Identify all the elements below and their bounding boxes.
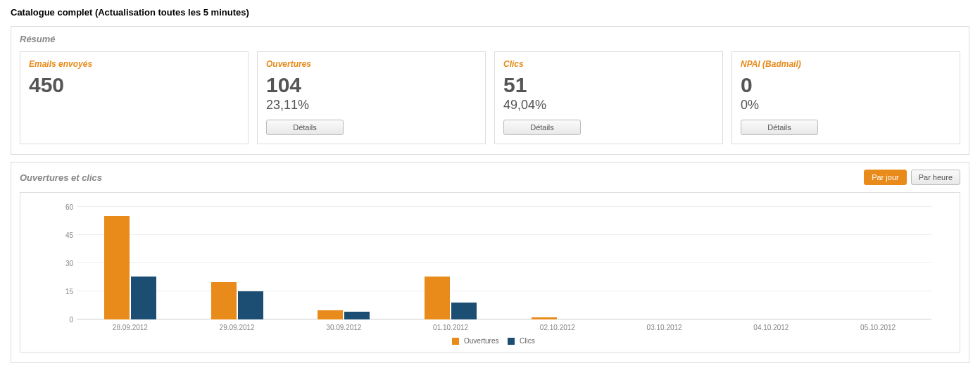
chart-x-label: 29.09.2012	[184, 324, 291, 331]
card-label: Ouvertures	[266, 59, 477, 69]
chart-bar-ouvertures	[532, 317, 557, 319]
chart-y-label: 60	[56, 203, 73, 211]
chart-y-label: 0	[56, 316, 73, 324]
card-value: 51	[503, 73, 714, 96]
chart-category-slot	[824, 207, 931, 319]
chart-category-slot	[77, 207, 184, 319]
card-pct: 49,04%	[503, 98, 714, 113]
card-pct: 0%	[741, 98, 951, 113]
card-label: NPAI (Badmail)	[741, 59, 951, 69]
chart-x-label: 28.09.2012	[77, 324, 184, 331]
details-button-clicks[interactable]: Détails	[503, 120, 581, 135]
chart-bar-clics	[344, 312, 370, 319]
legend-label-ouvertures: Ouvertures	[464, 337, 498, 345]
legend-swatch-ouvertures	[452, 338, 459, 345]
legend-label-clics: Clics	[520, 337, 535, 345]
chart-panel-title: Ouvertures et clics	[20, 172, 102, 183]
card-pct: 23,11%	[266, 98, 477, 113]
chart-x-label: 04.10.2012	[718, 324, 825, 331]
card-label: Emails envoyés	[29, 59, 239, 69]
toggle-par-heure[interactable]: Par heure	[911, 170, 960, 185]
card-emails-sent: Emails envoyés 450	[20, 51, 249, 144]
summary-cards: Emails envoyés 450 Ouvertures 104 23,11%…	[20, 51, 960, 144]
chart-bar-ouvertures	[318, 310, 343, 319]
card-npai: NPAI (Badmail) 0 0% Détails	[731, 51, 960, 144]
chart-category-slot	[397, 207, 504, 319]
summary-title: Résumé	[20, 34, 56, 44]
chart-y-label: 15	[56, 288, 73, 296]
chart-category-slot	[611, 207, 718, 319]
chart-bar-clics	[131, 277, 156, 319]
chart-bar-ouvertures	[104, 216, 130, 319]
chart-bar-clics	[451, 303, 477, 319]
chart-x-label: 30.09.2012	[291, 324, 398, 331]
summary-panel: Résumé Emails envoyés 450 Ouvertures 104…	[11, 26, 969, 155]
chart-bar-ouvertures	[211, 282, 237, 319]
card-label: Clics	[503, 59, 714, 69]
chart-category-slot	[718, 207, 825, 319]
details-button-npai[interactable]: Détails	[741, 120, 818, 135]
legend-swatch-clics	[508, 338, 515, 345]
details-button-opens[interactable]: Détails	[266, 120, 344, 135]
chart-toggle-group: Par jour Par heure	[864, 170, 960, 185]
chart-plot-area: 015304560	[77, 207, 931, 319]
toggle-par-jour[interactable]: Par jour	[864, 170, 907, 185]
chart-y-label: 30	[56, 260, 73, 267]
card-clicks: Clics 51 49,04% Détails	[494, 51, 723, 144]
chart-container: 015304560 28.09.201229.09.201230.09.2012…	[20, 192, 960, 353]
card-value: 0	[741, 73, 951, 96]
chart-panel: Ouvertures et clics Par jour Par heure 0…	[11, 162, 969, 363]
chart-bar-clics	[238, 291, 263, 319]
page-title: Catalogue complet (Actualisation toutes …	[11, 7, 969, 18]
chart-category-slot	[291, 207, 398, 319]
chart-y-label: 45	[56, 231, 73, 239]
card-value: 450	[29, 73, 239, 96]
card-value: 104	[266, 73, 477, 96]
chart-x-label: 05.10.2012	[824, 324, 931, 331]
chart-bar-ouvertures	[425, 277, 450, 319]
chart-x-label: 01.10.2012	[397, 324, 504, 331]
chart-category-slot	[504, 207, 611, 319]
card-opens: Ouvertures 104 23,11% Détails	[257, 51, 486, 144]
chart-legend: Ouvertures Clics	[34, 337, 946, 345]
chart-x-label: 03.10.2012	[611, 324, 718, 331]
chart-x-axis: 28.09.201229.09.201230.09.201201.10.2012…	[77, 324, 931, 331]
chart-x-label: 02.10.2012	[504, 324, 611, 331]
chart-category-slot	[184, 207, 291, 319]
